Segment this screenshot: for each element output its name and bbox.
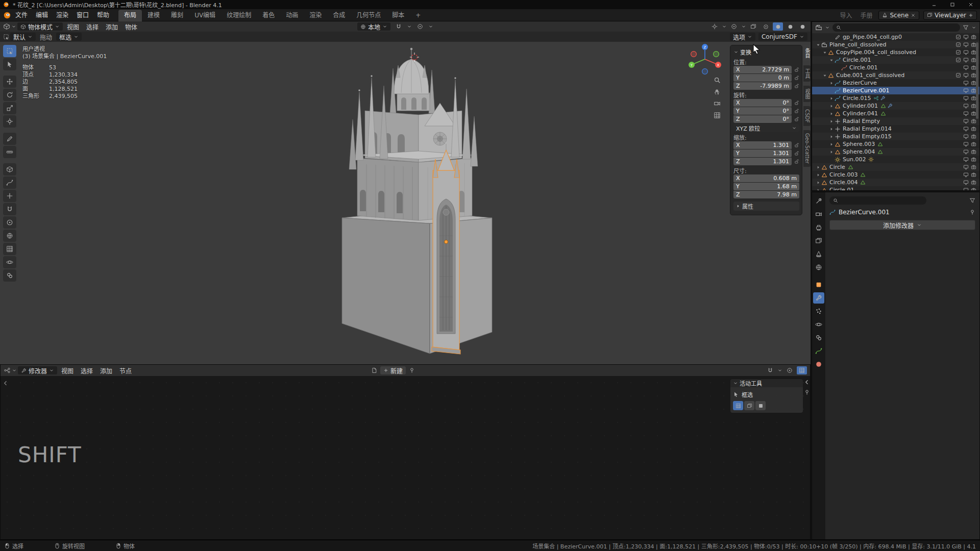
- outliner-row-active[interactable]: BezierCurve.001: [812, 87, 979, 94]
- hide-viewport-icon[interactable]: [963, 80, 969, 86]
- pan-hand-icon[interactable]: [714, 88, 721, 95]
- hide-render-icon[interactable]: [971, 141, 976, 147]
- expand-arrow-icon[interactable]: [828, 134, 835, 139]
- hide-render-icon[interactable]: [971, 149, 976, 155]
- workspace-tab-scripting[interactable]: 脚本: [386, 10, 410, 21]
- node-menu-select[interactable]: 选择: [78, 366, 96, 375]
- tool-addon-8[interactable]: [3, 269, 16, 282]
- outliner-row[interactable]: Circle.015: [812, 94, 979, 102]
- transform-panel-header[interactable]: 变换: [733, 47, 799, 57]
- workspace-tab-layout[interactable]: 布局: [118, 10, 142, 21]
- outliner-row[interactable]: Plane_coll_dissolved: [812, 41, 979, 48]
- hide-render-icon[interactable]: [971, 180, 976, 185]
- hide-render-icon[interactable]: [971, 134, 976, 139]
- outliner-search-input[interactable]: [843, 24, 957, 31]
- outliner-scrollbar[interactable]: [976, 42, 978, 119]
- overlays-chevron-icon[interactable]: [741, 24, 746, 29]
- scale-x-field[interactable]: X1.301: [733, 141, 792, 149]
- filter-funnel-icon[interactable]: [963, 24, 969, 31]
- hide-viewport-icon[interactable]: [963, 157, 969, 162]
- expand-arrow-icon[interactable]: [815, 188, 821, 191]
- expand-arrow-icon[interactable]: [828, 142, 835, 147]
- workspace-tab-compositing[interactable]: 合成: [327, 10, 351, 21]
- shading-wireframe-button[interactable]: [761, 22, 771, 31]
- scene-unlink-icon[interactable]: [911, 13, 916, 18]
- properties-search[interactable]: [829, 196, 926, 205]
- tab-world[interactable]: [813, 262, 824, 273]
- viewport-menu-select[interactable]: 选择: [83, 22, 102, 31]
- outliner-search[interactable]: [832, 23, 960, 32]
- tool-measure[interactable]: [3, 146, 16, 158]
- tab-render[interactable]: [813, 209, 824, 220]
- tab-modifiers[interactable]: [813, 292, 824, 304]
- show-gizmo-toggle[interactable]: [709, 22, 720, 31]
- hide-viewport-icon[interactable]: [963, 57, 969, 63]
- proportional-edit-toggle[interactable]: [415, 22, 425, 31]
- navigation-gizmo[interactable]: Z Y X: [687, 42, 723, 79]
- outliner-row[interactable]: Sun.002: [812, 156, 979, 163]
- rotation-mode-dropdown[interactable]: XYZ 欧拉: [733, 124, 799, 132]
- outliner-type-chevron-icon[interactable]: [825, 25, 830, 30]
- active-tool-header[interactable]: 活动工具: [730, 379, 803, 387]
- viewport-menu-view[interactable]: 视图: [64, 22, 82, 31]
- tool-addon-2[interactable]: [3, 190, 16, 202]
- workspace-tab-modeling[interactable]: 建模: [142, 10, 165, 21]
- outliner-type-icon[interactable]: [815, 24, 822, 31]
- tool-addon-6[interactable]: [3, 243, 16, 255]
- node-preview-toggle[interactable]: [797, 366, 807, 374]
- tab-object[interactable]: [813, 279, 824, 290]
- expand-arrow-icon[interactable]: [822, 50, 828, 55]
- workspace-tab-rendering[interactable]: 渲染: [304, 10, 327, 21]
- lock-icon[interactable]: [794, 159, 799, 164]
- lock-icon[interactable]: [794, 116, 799, 122]
- expand-arrow-icon[interactable]: [828, 119, 835, 124]
- tab-physics[interactable]: [813, 319, 824, 330]
- proportional-chevron-icon[interactable]: [428, 24, 433, 29]
- workspace-add-tab[interactable]: +: [410, 10, 426, 21]
- outliner-row[interactable]: Circle.001: [812, 56, 979, 64]
- rotation-x-field[interactable]: X0°: [733, 99, 792, 107]
- drag-mode-dropdown[interactable]: 框选: [56, 33, 82, 41]
- outliner-row[interactable]: Circle.003: [812, 171, 979, 179]
- tool-addon-4[interactable]: [3, 216, 16, 229]
- expand-arrow-icon[interactable]: [828, 58, 835, 63]
- hide-render-icon[interactable]: [971, 157, 976, 162]
- tab-scene[interactable]: [813, 248, 824, 260]
- workspace-tab-shading[interactable]: 着色: [257, 10, 280, 21]
- camera-view-icon[interactable]: [714, 100, 721, 107]
- tool-move[interactable]: [3, 76, 16, 88]
- hide-render-icon[interactable]: [971, 187, 976, 190]
- hide-viewport-icon[interactable]: [963, 49, 969, 55]
- lock-icon[interactable]: [794, 142, 799, 148]
- outliner-row[interactable]: Cylinder.041: [812, 110, 979, 117]
- viewport-menu-object[interactable]: 物体: [122, 22, 140, 31]
- hide-viewport-icon[interactable]: [963, 103, 969, 109]
- viewlayer-add-icon[interactable]: [968, 13, 973, 18]
- filter-chevron-icon[interactable]: [971, 25, 976, 30]
- node-snap-chevron-icon[interactable]: [777, 368, 782, 373]
- new-nodetree-button[interactable]: 新建: [380, 366, 406, 374]
- hide-viewport-icon[interactable]: [963, 134, 969, 139]
- node-tree-type-dropdown[interactable]: 修改器: [18, 366, 57, 374]
- select-mode-subtract-button[interactable]: [755, 401, 766, 410]
- outliner-row[interactable]: Circle: [812, 163, 979, 171]
- checkbox-icon[interactable]: [955, 34, 961, 40]
- tool-addon-1[interactable]: [3, 177, 16, 189]
- hide-viewport-icon[interactable]: [963, 34, 969, 40]
- tool-rotate[interactable]: [3, 89, 16, 101]
- lock-icon[interactable]: [794, 100, 799, 106]
- lock-icon[interactable]: [794, 108, 799, 114]
- hide-viewport-icon[interactable]: [963, 65, 969, 70]
- blender-menu-icon[interactable]: [3, 11, 11, 19]
- outliner-row[interactable]: Cube.001_coll_dissolved: [812, 71, 979, 79]
- hide-viewport-icon[interactable]: [963, 95, 969, 101]
- hide-render-icon[interactable]: [971, 164, 976, 170]
- options-dropdown[interactable]: 选项: [730, 33, 755, 41]
- hide-render-icon[interactable]: [971, 172, 976, 178]
- properties-search-input[interactable]: [840, 197, 923, 204]
- maximize-button[interactable]: [943, 0, 962, 9]
- workspace-tab-sculpting[interactable]: 雕刻: [165, 10, 189, 21]
- hide-viewport-icon[interactable]: [963, 187, 969, 190]
- menu-file[interactable]: 文件: [11, 9, 32, 21]
- lock-icon[interactable]: [794, 75, 799, 81]
